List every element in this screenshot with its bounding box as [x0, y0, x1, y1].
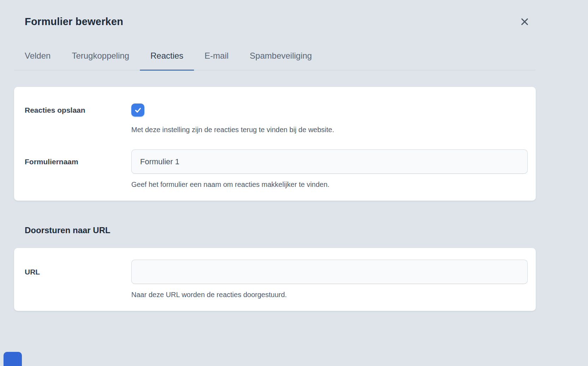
modal-content: Formulier bewerken Velden Terugkoppeling…: [14, 0, 536, 311]
formuliernaam-control: [131, 149, 528, 174]
url-label: URL: [25, 268, 131, 276]
tab-reacties[interactable]: Reacties: [150, 51, 183, 70]
formuliernaam-label: Formuliernaam: [25, 158, 131, 166]
modal-header: Formulier bewerken: [14, 0, 536, 28]
close-icon: [520, 17, 529, 26]
reacties-settings-card: Reacties opslaan Met deze instelling zij…: [14, 87, 536, 201]
url-row: URL Naar deze URL worden de reacties doo…: [25, 260, 528, 300]
reacties-opslaan-label: Reacties opslaan: [25, 106, 131, 114]
checkmark-icon: [134, 106, 142, 114]
formuliernaam-row: Formuliernaam Geef het formulier een naa…: [25, 149, 528, 189]
close-button[interactable]: [518, 15, 531, 28]
tab-velden[interactable]: Velden: [25, 51, 50, 70]
reacties-opslaan-checkbox[interactable]: [131, 104, 144, 117]
tab-spambeveiliging[interactable]: Spambeveiliging: [250, 51, 312, 70]
tab-terugkoppeling[interactable]: Terugkoppeling: [72, 51, 129, 70]
url-help: Naar deze URL worden de reacties doorges…: [131, 290, 528, 300]
reacties-opslaan-row: Reacties opslaan Met deze instelling zij…: [25, 104, 528, 135]
url-settings-card: URL Naar deze URL worden de reacties doo…: [14, 248, 536, 311]
url-control: [131, 260, 528, 284]
partial-blue-button[interactable]: [4, 352, 22, 366]
url-input[interactable]: [131, 260, 528, 284]
doorsturen-heading: Doorsturen naar URL: [25, 225, 536, 235]
reacties-opslaan-control: [131, 104, 528, 117]
tab-bar: Velden Terugkoppeling Reacties E-mail Sp…: [14, 51, 536, 70]
formuliernaam-help: Geef het formulier een naam om reacties …: [131, 179, 528, 189]
reacties-opslaan-help: Met deze instelling zijn de reacties ter…: [131, 125, 528, 135]
page-title: Formulier bewerken: [25, 16, 123, 28]
formuliernaam-input[interactable]: [131, 149, 528, 174]
tab-email[interactable]: E-mail: [205, 51, 229, 70]
